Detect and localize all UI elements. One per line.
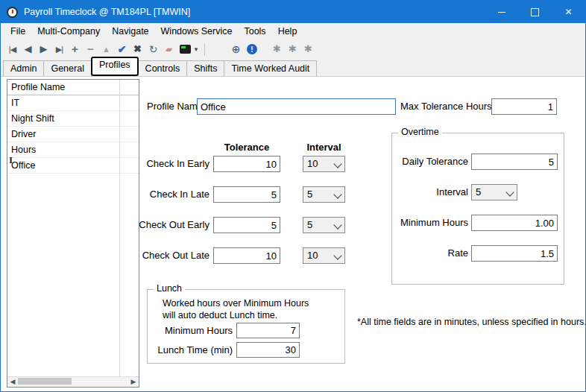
scroll-right-icon[interactable]: ▶: [128, 377, 139, 386]
web-globe-icon[interactable]: ⊕: [228, 40, 244, 58]
daily-tolerance-input[interactable]: [471, 154, 558, 170]
move-up-icon[interactable]: ▲: [98, 40, 114, 58]
tab-time-worked-audit[interactable]: Time Worked Audit: [224, 60, 317, 76]
scrollbar-thumb[interactable]: [18, 378, 72, 385]
gear-icon-1[interactable]: ✱: [269, 40, 285, 58]
menu-help[interactable]: Help: [272, 23, 303, 39]
overtime-minimum-hours-input[interactable]: [471, 215, 558, 231]
tab-strip: Admin General Profiles Controls Shifts T…: [1, 59, 585, 77]
refresh-icon[interactable]: ↻: [145, 40, 161, 58]
lunch-time-input[interactable]: [236, 342, 300, 358]
toolbar-separator: [204, 43, 205, 56]
maximize-icon: [531, 8, 539, 16]
check-out-early-tolerance-input[interactable]: [213, 217, 280, 233]
title-bar: Payroll Timeclock @ TM184PL [TMWIN] ✕: [1, 1, 585, 23]
check-out-late-label: Check Out Late: [135, 247, 209, 264]
menu-tools[interactable]: Tools: [238, 23, 271, 39]
menu-file[interactable]: File: [4, 23, 31, 39]
check-out-early-label: Check Out Early: [135, 217, 209, 233]
time-fields-note: *All time fields are in minutes, unless …: [357, 317, 586, 327]
check-in-early-label: Check In Early: [141, 156, 209, 172]
overtime-group: Overtime Daily Tolerance Interval 5 Mini…: [391, 133, 564, 285]
tolerance-column-header: Tolerance: [213, 142, 280, 153]
lunch-time-label: Lunch Time (min): [154, 342, 233, 358]
toolbar: |◀ ◀ ▶ ▶| + − ▲ ✔ ✖ ↻ ▰ ▾ ⊕ ! ✱ ✱ ✱: [1, 39, 585, 59]
menu-bar: File Multi-Company Navigate Windows Serv…: [1, 23, 585, 39]
window-title: Payroll Timeclock @ TM184PL [TMWIN]: [24, 7, 190, 17]
interval-column-header: Interval: [303, 142, 345, 153]
check-out-early-interval-select[interactable]: 5: [303, 217, 345, 233]
chevron-down-icon: [505, 188, 514, 196]
add-record-icon[interactable]: +: [67, 40, 83, 58]
rate-label: Rate: [394, 245, 468, 262]
lunch-group: Lunch Worked hours over Minimum Hours wi…: [147, 289, 345, 364]
scrollbar-track[interactable]: [72, 377, 128, 387]
scroll-left-icon[interactable]: ◀: [7, 377, 18, 386]
tab-shifts[interactable]: Shifts: [186, 60, 224, 76]
lunch-description: Worked hours over Minimum Hours will aut…: [163, 297, 309, 321]
lunch-group-title: Lunch: [154, 283, 185, 294]
chevron-down-icon[interactable]: ▾: [192, 40, 201, 58]
text-cursor-pointer: I: [9, 154, 18, 166]
overtime-interval-label: Interval: [394, 184, 468, 200]
window-controls: ✕: [485, 1, 585, 23]
column-divider: [119, 80, 120, 378]
max-tolerance-hours-label: Max Tolerance Hours: [400, 98, 487, 115]
tab-profiles[interactable]: Profiles: [91, 57, 139, 76]
lunch-minimum-hours-input[interactable]: [236, 323, 300, 338]
tab-admin[interactable]: Admin: [3, 60, 44, 76]
info-icon[interactable]: !: [247, 44, 257, 54]
maximize-button[interactable]: [518, 1, 552, 23]
save-check-icon[interactable]: ✔: [114, 40, 130, 58]
minimize-icon: [498, 12, 505, 13]
eraser-icon[interactable]: ▰: [161, 40, 177, 58]
horizontal-scrollbar[interactable]: ◀ ▶: [7, 376, 139, 387]
check-in-late-interval-select[interactable]: 5: [303, 186, 345, 203]
chevron-down-icon: [333, 159, 341, 168]
check-out-late-interval-select[interactable]: 10: [303, 247, 345, 264]
app-window: Payroll Timeclock @ TM184PL [TMWIN] ✕ Fi…: [0, 0, 586, 392]
check-in-early-tolerance-input[interactable]: [213, 156, 280, 172]
nav-first-icon[interactable]: |◀: [4, 40, 20, 58]
menu-windows-service[interactable]: Windows Service: [155, 23, 239, 39]
check-in-late-label: Check In Late: [141, 186, 209, 203]
check-in-early-interval-select[interactable]: 10: [303, 156, 345, 172]
profile-list: Profile Name IT Night Shift Driver Hours…: [7, 79, 139, 388]
daily-tolerance-label: Daily Tolerance: [394, 154, 468, 170]
close-button[interactable]: ✕: [552, 1, 585, 23]
gear-icon-3[interactable]: ✱: [300, 40, 316, 58]
close-icon: ✕: [564, 7, 572, 16]
chevron-down-icon: [333, 251, 341, 259]
overtime-interval-select[interactable]: 5: [471, 184, 517, 200]
profiles-page: Profile Name IT Night Shift Driver Hours…: [1, 77, 585, 392]
lunch-minimum-hours-label: Minimum Hours: [162, 323, 233, 339]
nav-next-icon[interactable]: ▶: [36, 40, 51, 58]
check-in-late-tolerance-input[interactable]: [213, 186, 280, 203]
delete-record-icon[interactable]: −: [83, 40, 98, 58]
chevron-down-icon: [333, 221, 341, 229]
nav-prev-icon[interactable]: ◀: [20, 40, 36, 58]
check-out-late-tolerance-input[interactable]: [213, 247, 280, 264]
nav-last-icon[interactable]: ▶|: [51, 40, 67, 58]
cancel-x-icon[interactable]: ✖: [130, 40, 145, 58]
chevron-down-icon: [333, 190, 341, 198]
tab-general[interactable]: General: [43, 60, 91, 76]
overtime-minimum-hours-label: Minimum Hours: [394, 215, 468, 231]
minimize-button[interactable]: [485, 1, 518, 23]
terminal-icon[interactable]: [180, 45, 191, 54]
tab-controls[interactable]: Controls: [138, 60, 188, 76]
max-tolerance-hours-input[interactable]: [491, 98, 557, 115]
menu-navigate[interactable]: Navigate: [106, 23, 154, 39]
overtime-group-title: Overtime: [398, 127, 442, 137]
profile-name-input[interactable]: [197, 98, 396, 115]
gear-icon-2[interactable]: ✱: [285, 40, 300, 58]
profile-name-label: Profile Name: [147, 98, 203, 115]
rate-input[interactable]: [471, 245, 558, 262]
menu-multi-company[interactable]: Multi-Company: [31, 23, 106, 39]
app-clock-icon: [7, 7, 18, 18]
